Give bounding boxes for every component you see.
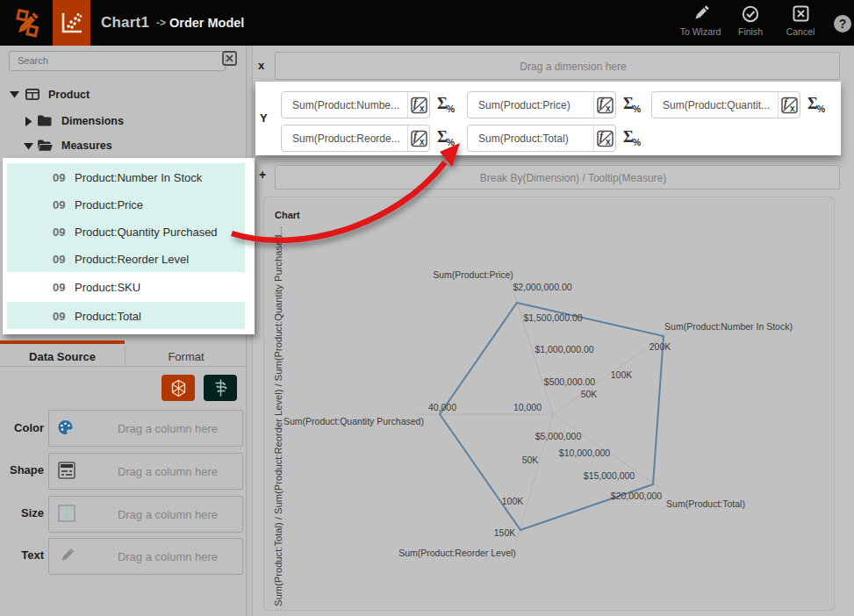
svg-text:x: x <box>420 137 425 147</box>
svg-text:x: x <box>606 137 611 147</box>
svg-text:x: x <box>420 104 425 113</box>
svg-text:x: x <box>790 104 795 113</box>
svg-text:x: x <box>606 104 611 113</box>
